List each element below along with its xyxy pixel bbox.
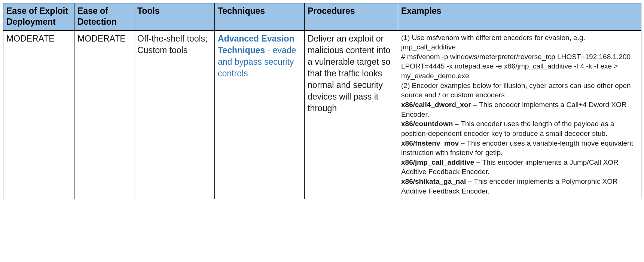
encoder-item: x86/call4_dword_xor – This encoder imple… bbox=[401, 100, 638, 119]
encoder-name: x86/countdown – bbox=[401, 120, 461, 128]
table-header-row: Ease of Exploit Deployment Ease of Detec… bbox=[3, 3, 641, 31]
table-row: MODERATE MODERATE Off-the-shelf tools; C… bbox=[3, 30, 641, 199]
example-line-2: # msfvenom -p windows/meterpreter/revers… bbox=[401, 52, 638, 81]
table-header: Ease of Exploit Deployment Ease of Detec… bbox=[3, 3, 641, 31]
cell-techniques: Advanced Evasion Techniques - evade and … bbox=[215, 30, 305, 199]
cell-examples: (1) Use msfvenom with different encoders… bbox=[398, 30, 641, 199]
th-techniques: Techniques bbox=[215, 3, 305, 31]
th-examples: Examples bbox=[398, 3, 641, 31]
example-line-1: (1) Use msfvenom with different encoders… bbox=[401, 33, 638, 52]
encoder-item: x86/shikata_ga_nai – This encoder implem… bbox=[401, 177, 638, 196]
encoder-item: x86/fnstenv_mov – This encoder uses a va… bbox=[401, 138, 638, 158]
cell-procedures: Deliver an exploit or malicious content … bbox=[305, 30, 398, 199]
exploit-techniques-table: Ease of Exploit Deployment Ease of Detec… bbox=[3, 3, 641, 199]
cell-ease-detect: MODERATE bbox=[74, 30, 134, 199]
example-line-3: (2) Encoder examples below for illusion,… bbox=[401, 81, 638, 100]
encoder-name: x86/jmp_call_additive – bbox=[401, 158, 482, 166]
th-tools: Tools bbox=[134, 3, 215, 31]
encoder-item: x86/jmp_call_additive – This encoder imp… bbox=[401, 158, 638, 177]
th-ease-deploy: Ease of Exploit Deployment bbox=[3, 3, 74, 31]
encoder-item: x86/countdown – This encoder uses the le… bbox=[401, 119, 638, 138]
encoder-name: x86/fnstenv_mov – bbox=[401, 139, 467, 147]
encoder-name: x86/call4_dword_xor – bbox=[401, 101, 479, 109]
th-ease-detect: Ease of Detection bbox=[74, 3, 134, 31]
cell-ease-deploy: MODERATE bbox=[3, 30, 74, 199]
cell-tools: Off-the-shelf tools; Custom tools bbox=[134, 30, 215, 199]
encoder-name: x86/shikata_ga_nai – bbox=[401, 177, 474, 185]
th-procedures: Procedures bbox=[305, 3, 398, 31]
